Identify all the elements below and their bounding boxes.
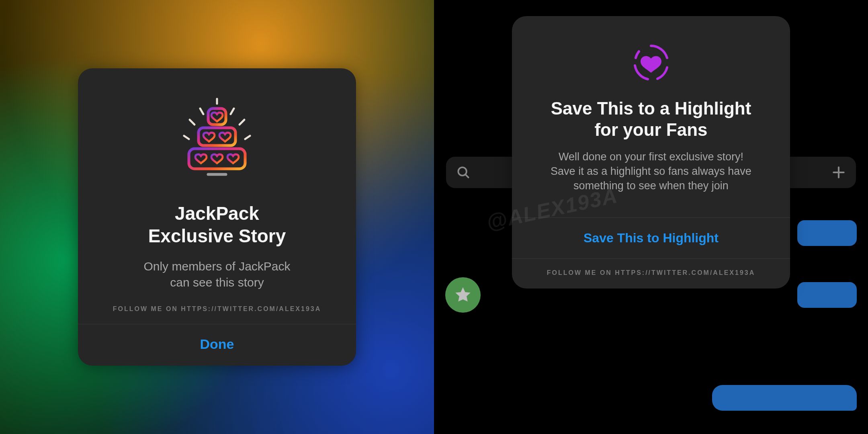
- svg-line-0: [184, 136, 189, 139]
- card-title: Save This to a Highlight for your Fans: [535, 98, 768, 141]
- title-line: for your Fans: [594, 120, 707, 139]
- star-icon: [454, 286, 472, 304]
- done-button[interactable]: Done: [78, 324, 356, 366]
- plus-icon: [831, 165, 846, 180]
- right-panel: @ALEX193A Save This to a Highlight for y…: [434, 0, 868, 434]
- chat-bubble: [797, 220, 857, 246]
- follow-line: FOLLOW ME ON HTTPS://TWITTER.COM/ALEX193…: [113, 305, 321, 313]
- chat-bubble: [797, 282, 857, 308]
- hearts-cake-icon: [169, 92, 265, 189]
- follow-line: FOLLOW ME ON HTTPS://TWITTER.COM/ALEX193…: [547, 259, 755, 289]
- heart-ring-icon: [627, 39, 675, 87]
- star-avatar: [445, 277, 481, 313]
- save-highlight-button[interactable]: Save This to Highlight: [512, 218, 790, 258]
- svg-line-1: [190, 120, 194, 125]
- title-line: JackPack: [175, 203, 259, 224]
- left-panel: @ALEX193A @ALEX193A @ALEX193A: [0, 0, 434, 434]
- subtitle-line: something to see when they join: [573, 180, 729, 192]
- chat-bubble: [712, 385, 857, 411]
- svg-rect-9: [189, 149, 245, 169]
- subtitle-line: Well done on your first exclusive story!: [559, 151, 743, 163]
- card-subtitle: Only members of JackPack can see this st…: [119, 258, 314, 291]
- title-line: Save This to a Highlight: [551, 98, 751, 118]
- highlight-card: Save This to a Highlight for your Fans W…: [512, 16, 790, 289]
- svg-line-2: [200, 108, 203, 114]
- svg-line-12: [465, 174, 469, 178]
- subtitle-line: Save it as a highlight so fans always ha…: [551, 165, 751, 177]
- title-line: Exclusive Story: [148, 225, 286, 246]
- svg-line-4: [231, 108, 234, 114]
- subtitle-line: Only members of JackPack: [143, 260, 290, 273]
- svg-line-6: [245, 136, 250, 139]
- subtitle-line: can see this story: [170, 276, 264, 289]
- card-title: JackPack Exclusive Story: [132, 203, 302, 247]
- card-subtitle: Well done on your first exclusive story!…: [531, 149, 771, 193]
- search-icon: [456, 165, 471, 180]
- exclusive-story-card: JackPack Exclusive Story Only members of…: [78, 68, 356, 365]
- svg-line-5: [240, 120, 244, 125]
